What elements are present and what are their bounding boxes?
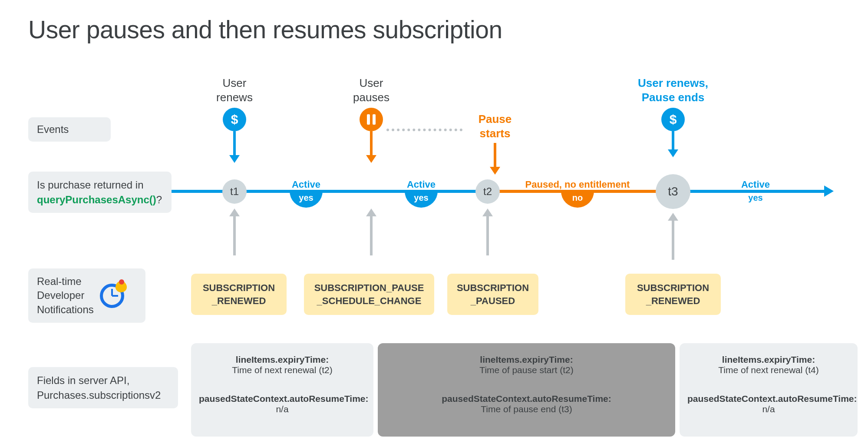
notif-renewed-2: SUBSCRIPTION _RENEWED (625, 274, 721, 315)
seg-active-2-answer: yes (405, 191, 438, 208)
notif-paused-l1: SUBSCRIPTION (457, 282, 529, 293)
seg-active-3-answer: yes (739, 191, 772, 208)
f-c2-v1: Time of pause start (t2) (479, 365, 573, 375)
pause-icon (360, 108, 383, 131)
row-label-query: Is purchase returned in queryPurchasesAs… (28, 172, 172, 213)
evt-renews-l2: renews (204, 90, 265, 105)
rtdn-l2: Developer (37, 289, 84, 301)
seg-active-1-status: Active (280, 179, 332, 190)
evt-pause-starts-l1: Pause (460, 112, 530, 126)
node-t1: t1 (222, 179, 247, 204)
notif-renewed-l2: _RENEWED (212, 295, 266, 306)
evt-renews-l1: User (204, 76, 265, 90)
dollar-icon: $ (661, 108, 685, 131)
node-t3: t3 (656, 174, 690, 209)
fields-col3: lineItems.expiryTime:Time of next renewa… (680, 343, 858, 437)
notif-pause-schedule: SUBSCRIPTION_PAUSE _SCHEDULE_CHANGE (304, 274, 434, 315)
arrow-up-icon (673, 213, 678, 260)
clock-bell-icon (100, 284, 124, 308)
query-text-prefix: Is purchase returned in (37, 179, 143, 191)
rtdn-l3: Notifications (37, 304, 94, 315)
evt-pause-starts-l2: starts (460, 126, 530, 141)
f-c1-k2: pausedStateContext.autoResumeTime: (199, 394, 369, 404)
seg-active-3: Active yes (729, 179, 782, 208)
notif-paused-l2: _PAUSED (471, 295, 515, 306)
notif-renewed-2-l1: SUBSCRIPTION (637, 282, 709, 293)
diagram-title: User pauses and then resumes subscriptio… (28, 15, 502, 44)
arrow-up-icon (371, 209, 376, 255)
evt-pauses-l1: User (341, 76, 402, 90)
arrow-up-icon (488, 209, 493, 255)
seg-active-1: Active yes (280, 179, 332, 208)
notif-renewed-l1: SUBSCRIPTION (203, 282, 275, 293)
f-c2-k2: pausedStateContext.autoResumeTime: (442, 394, 611, 404)
seg-active-1-answer: yes (290, 191, 323, 208)
fields-l1: Fields in server API, (37, 374, 129, 386)
notif-renewed-1: SUBSCRIPTION _RENEWED (191, 274, 287, 315)
fields-col2: lineItems.expiryTime:Time of pause start… (378, 343, 675, 437)
f-c2-v2: Time of pause end (t3) (481, 404, 572, 414)
f-c2-k1: lineItems.expiryTime: (480, 354, 573, 364)
evt-pauses-l2: pauses (341, 90, 402, 105)
seg-active-2-status: Active (395, 179, 447, 190)
notif-pause-sched-l1: SUBSCRIPTION_PAUSE (314, 282, 424, 293)
row-label-rtdn: Real-time Developer Notifications (28, 268, 145, 323)
evt-resumes-l2: Pause ends (630, 90, 716, 105)
f-c1-k1: lineItems.expiryTime: (236, 354, 329, 364)
arrow-up-icon (234, 209, 240, 255)
dollar-icon: $ (223, 108, 246, 131)
event-user-renews: User renews $ (204, 76, 265, 163)
seg-active-2: Active yes (395, 179, 447, 208)
event-user-pauses: User pauses (341, 76, 402, 163)
seg-paused-status: Paused, no entitlement (521, 179, 634, 190)
seg-paused: Paused, no entitlement no (521, 179, 634, 208)
notif-pause-sched-l2: _SCHEDULE_CHANGE (317, 295, 422, 306)
evt-resumes-l1: User renews, (630, 76, 716, 90)
row-label-fields: Fields in server API, Purchases.subscrip… (28, 367, 178, 408)
notif-paused: SUBSCRIPTION _PAUSED (447, 274, 538, 315)
f-c3-k2: pausedStateContext.autoResumeTime: (687, 394, 857, 404)
node-t2: t2 (475, 179, 500, 204)
f-c1-v2: n/a (276, 404, 288, 414)
f-c1-v1: Time of next renewal (t2) (232, 365, 332, 375)
query-fn: queryPurchasesAsync() (37, 194, 156, 205)
rtdn-l1: Real-time (37, 275, 82, 287)
query-text-suffix: ? (156, 194, 162, 205)
dotted-connector (386, 129, 462, 131)
seg-paused-answer: no (561, 191, 594, 208)
event-user-resumes: User renews, Pause ends $ (630, 76, 716, 157)
timeline-arrowhead-icon (824, 185, 834, 197)
fields-l2: Purchases.subscriptionsv2 (37, 389, 161, 401)
row-label-events: Events (28, 117, 111, 142)
seg-active-3-status: Active (729, 179, 782, 190)
f-c3-v1: Time of next renewal (t4) (718, 365, 818, 375)
notif-renewed-2-l2: _RENEWED (646, 295, 700, 306)
f-c3-k1: lineItems.expiryTime: (722, 354, 815, 364)
fields-col1: lineItems.expiryTime:Time of next renewa… (191, 343, 373, 437)
event-pause-starts: Pause starts (460, 112, 530, 175)
f-c3-v2: n/a (762, 404, 775, 414)
